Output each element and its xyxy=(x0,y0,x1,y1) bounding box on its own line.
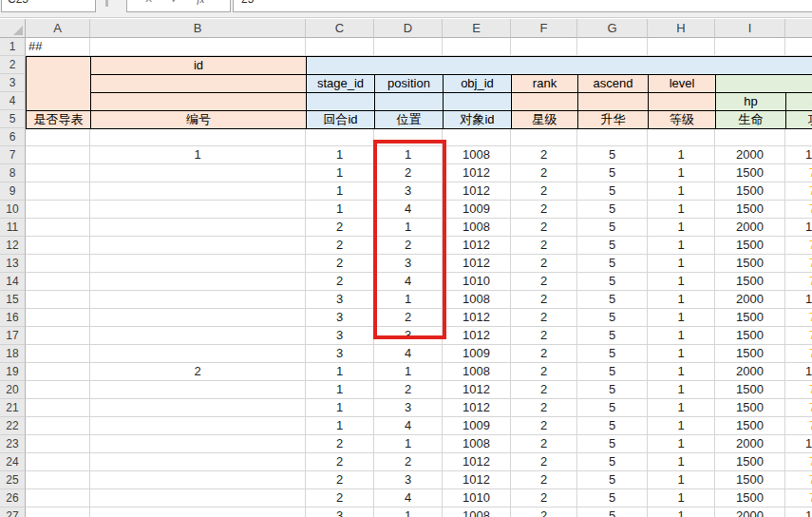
col-header-J[interactable]: J xyxy=(785,19,812,38)
cell-A15[interactable] xyxy=(26,291,90,309)
cell-G17[interactable]: 5 xyxy=(577,327,648,345)
header-cell-D3[interactable]: position xyxy=(374,74,444,93)
cell-G19[interactable]: 5 xyxy=(577,363,648,381)
cell-D14[interactable]: 4 xyxy=(374,273,443,291)
cell-I7[interactable]: 2000 xyxy=(715,146,785,164)
header-cell-J5[interactable]: 攻击 xyxy=(785,110,812,129)
cell-B27[interactable] xyxy=(90,507,306,517)
cell-A24[interactable] xyxy=(26,453,90,471)
cell-E25[interactable]: 1012 xyxy=(443,471,511,489)
header-cell-D4[interactable] xyxy=(374,92,444,111)
cell-C26[interactable]: 2 xyxy=(306,489,374,507)
cell-J7[interactable]: 1500 xyxy=(785,146,812,164)
cell-B10[interactable] xyxy=(90,201,306,219)
cell-B18[interactable] xyxy=(90,345,306,363)
header-cell-H3[interactable]: level xyxy=(648,74,716,93)
row-header-22[interactable]: 22 xyxy=(0,417,26,435)
cell-C16[interactable]: 3 xyxy=(306,309,374,327)
cell-E7[interactable]: 1008 xyxy=(443,146,511,164)
cell-H27[interactable]: 1 xyxy=(648,507,715,517)
cell-A11[interactable] xyxy=(26,219,90,237)
header-cell-J4[interactable]: atk xyxy=(785,92,812,111)
cell-E6[interactable] xyxy=(443,128,511,146)
cell-I19[interactable]: 2000 xyxy=(715,363,785,381)
cell-A16[interactable] xyxy=(26,309,90,327)
header-cell-G3[interactable]: ascend xyxy=(577,74,649,93)
cell-F26[interactable]: 2 xyxy=(511,489,577,507)
header-cell-F4[interactable] xyxy=(511,92,578,111)
cell-C27[interactable]: 3 xyxy=(306,507,374,517)
header-cell-C2[interactable] xyxy=(306,56,812,75)
row-header-21[interactable]: 21 xyxy=(0,399,26,417)
cell-C6[interactable] xyxy=(306,128,374,146)
cell-I22[interactable]: 1500 xyxy=(715,417,785,435)
cell-E26[interactable]: 1010 xyxy=(443,489,511,507)
cell-G23[interactable]: 5 xyxy=(577,435,648,453)
cell-I12[interactable]: 1500 xyxy=(715,237,785,255)
header-cell-I4[interactable]: hp xyxy=(715,92,786,111)
col-header-B[interactable]: B xyxy=(90,19,306,38)
cell-A6[interactable] xyxy=(26,128,90,146)
cell-F8[interactable]: 2 xyxy=(511,164,577,182)
cell-F14[interactable]: 2 xyxy=(511,273,577,291)
row-header-2[interactable]: 2 xyxy=(0,56,26,74)
cell-I15[interactable]: 2000 xyxy=(715,291,785,309)
cell-C25[interactable]: 2 xyxy=(306,471,374,489)
cell-A14[interactable] xyxy=(26,273,90,291)
row-header-14[interactable]: 14 xyxy=(0,273,26,291)
cell-C10[interactable]: 1 xyxy=(306,201,374,219)
cell-D13[interactable]: 3 xyxy=(374,255,443,273)
cell-J16[interactable]: 750 xyxy=(785,309,812,327)
col-header-A[interactable]: A xyxy=(26,19,90,38)
header-cell-C5[interactable]: 回合id xyxy=(306,110,375,129)
cell-H8[interactable]: 1 xyxy=(648,164,715,182)
cell-B6[interactable] xyxy=(90,128,306,146)
cell-H23[interactable]: 1 xyxy=(648,435,715,453)
cell-J18[interactable]: 750 xyxy=(785,345,812,363)
cell-D11[interactable]: 1 xyxy=(374,219,443,237)
cell-B24[interactable] xyxy=(90,453,306,471)
row-header-27[interactable]: 27 xyxy=(0,507,26,517)
cell-H15[interactable]: 1 xyxy=(648,291,715,309)
formula-input[interactable]: 25 xyxy=(233,0,812,12)
cell-H11[interactable]: 1 xyxy=(648,219,715,237)
cell-B22[interactable] xyxy=(90,417,306,435)
fx-icon[interactable]: fx xyxy=(197,0,204,6)
cell-G18[interactable]: 5 xyxy=(577,345,648,363)
cell-F24[interactable]: 2 xyxy=(511,453,577,471)
cell-G10[interactable]: 5 xyxy=(577,201,648,219)
cell-F16[interactable]: 2 xyxy=(511,309,577,327)
cell-C13[interactable]: 2 xyxy=(306,255,374,273)
cell-G9[interactable]: 5 xyxy=(577,182,648,201)
cell-I25[interactable]: 1500 xyxy=(715,471,785,489)
header-cell-B3[interactable] xyxy=(90,74,307,93)
enter-icon[interactable]: ✓ xyxy=(171,0,179,6)
cell-G22[interactable]: 5 xyxy=(577,417,648,435)
cell-F15[interactable]: 2 xyxy=(511,291,577,309)
cell-I14[interactable]: 1500 xyxy=(715,273,785,291)
cell-B9[interactable] xyxy=(90,182,306,201)
cell-H13[interactable]: 1 xyxy=(648,255,715,273)
row-header-1[interactable]: 1 xyxy=(0,38,26,56)
cell-F18[interactable]: 2 xyxy=(511,345,577,363)
name-box[interactable]: C25 xyxy=(1,0,96,12)
header-cell-G4[interactable] xyxy=(577,92,649,111)
cell-A8[interactable] xyxy=(26,164,90,182)
col-header-C[interactable]: C xyxy=(306,19,374,38)
cell-J21[interactable]: 750 xyxy=(785,399,812,417)
cell-H16[interactable]: 1 xyxy=(648,309,715,327)
cell-G16[interactable]: 5 xyxy=(577,309,648,327)
row-header-23[interactable]: 23 xyxy=(0,435,26,453)
cell-B21[interactable] xyxy=(90,399,306,417)
cell-J11[interactable]: 1500 xyxy=(785,219,812,237)
cell-A9[interactable] xyxy=(26,182,90,201)
cell-B26[interactable] xyxy=(90,489,306,507)
cell-I8[interactable]: 1500 xyxy=(715,164,785,182)
header-cell-D5[interactable]: 位置 xyxy=(374,110,444,129)
cell-C23[interactable]: 2 xyxy=(306,435,374,453)
row-header-4[interactable]: 4 xyxy=(0,92,26,110)
row-header-8[interactable]: 8 xyxy=(0,164,26,182)
cell-A26[interactable] xyxy=(26,489,90,507)
cell-G11[interactable]: 5 xyxy=(577,219,648,237)
cell-G24[interactable]: 5 xyxy=(577,453,648,471)
